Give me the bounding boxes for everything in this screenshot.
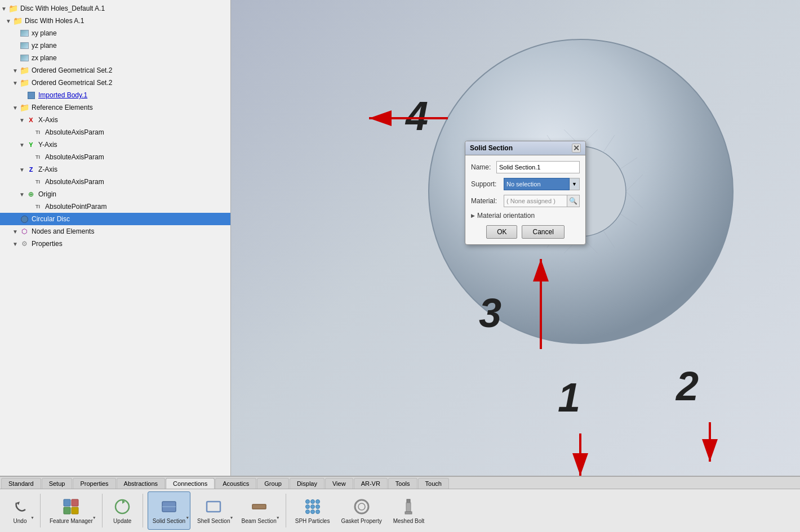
- tree-item-zaxis[interactable]: ▼ZZ-Axis: [0, 163, 230, 176]
- toolbar-btn-feature-manager[interactable]: Feature Manager: [45, 491, 97, 530]
- tree-item-imported[interactable]: Imported Body.1: [0, 89, 230, 101]
- dialog-ok-button[interactable]: OK: [486, 225, 517, 239]
- toolbar-label-gasket-property: Gasket Property: [341, 518, 381, 525]
- tree-label-root2: Disc With Holes A.1: [25, 17, 84, 25]
- toolbar-label-meshed-bolt: Meshed Bolt: [393, 518, 425, 525]
- svg-rect-24: [64, 499, 70, 506]
- tree-item-ogs2[interactable]: ▼📁Ordered Geometrical Set.2: [0, 77, 230, 89]
- dialog-title-bar: Solid Section ✕: [465, 141, 585, 155]
- dialog-orientation-row[interactable]: ▶ Material orientation: [471, 212, 580, 220]
- dialog-body: Name: Support: No selection ▼ Material:: [465, 155, 585, 244]
- toolbar-tab-tools[interactable]: Tools: [388, 478, 417, 489]
- toolbar-btn-sph-particles[interactable]: SPH Particles: [291, 491, 335, 530]
- toolbar-tab-connections[interactable]: Connections: [166, 478, 215, 489]
- tree-icon-imported: [26, 90, 36, 100]
- tree-item-yaxis[interactable]: ▼YY-Axis: [0, 138, 230, 151]
- tree-item-refelem[interactable]: ▼📁Reference Elements: [0, 101, 230, 114]
- toolbar-tab-abstractions[interactable]: Abstractions: [117, 478, 166, 489]
- tree-toggle-ogs2[interactable]: ▼: [11, 80, 19, 86]
- tree-item-xparam[interactable]: TIAbsoluteAxisParam: [0, 126, 230, 138]
- toolbar-btn-update[interactable]: Update: [107, 491, 138, 530]
- tree-toggle-zaxis[interactable]: ▼: [18, 167, 26, 173]
- dialog-support-dropdown[interactable]: ▼: [570, 178, 580, 190]
- bottom-toolbar: StandardSetupPropertiesAbstractionsConne…: [0, 476, 800, 532]
- dialog-support-row: Support: No selection ▼: [471, 178, 580, 190]
- toolbar-tab-setup[interactable]: Setup: [42, 478, 73, 489]
- tree-icon-yparam: TI: [33, 152, 43, 162]
- orientation-label: Material orientation: [477, 212, 535, 220]
- tree-item-xaxis[interactable]: ▼XX-Axis: [0, 114, 230, 126]
- dialog-cancel-button[interactable]: Cancel: [522, 225, 564, 239]
- toolbar-btn-undo[interactable]: Undo: [5, 491, 35, 530]
- dialog-material-value[interactable]: ( None assigned ): [504, 195, 567, 207]
- tree-toggle-nodes[interactable]: ▼: [11, 229, 19, 235]
- tree-toggle-root2[interactable]: ▼: [5, 18, 12, 24]
- tree-label-nodes: Nodes and Elements: [32, 227, 94, 235]
- tree-item-origin[interactable]: ▼⊕Origin: [0, 188, 230, 200]
- solid-section-dropdown-arrow[interactable]: ▼: [185, 516, 189, 520]
- svg-point-34: [310, 500, 314, 504]
- toolbar-btn-gasket-property[interactable]: Gasket Property: [336, 491, 386, 530]
- toolbar-tab-group[interactable]: Group: [257, 478, 289, 489]
- tree-item-yzplane[interactable]: yz plane: [0, 39, 230, 52]
- dialog-support-value[interactable]: No selection: [504, 178, 570, 190]
- svg-rect-32: [252, 504, 266, 509]
- toolbar-tab-arvr[interactable]: AR-VR: [354, 478, 388, 489]
- tree-icon-zaxis: Z: [26, 164, 36, 175]
- dialog-close-button[interactable]: ✕: [572, 144, 581, 153]
- tree-toggle-props[interactable]: ▼: [11, 241, 19, 247]
- tree-label-oparam: AbsolutePointParam: [45, 203, 106, 211]
- tree-item-circdisc[interactable]: Circular Disc: [0, 213, 230, 225]
- tree-toggle-xaxis[interactable]: ▼: [18, 117, 26, 123]
- toolbar-sep-0: [40, 494, 41, 527]
- toolbar-btn-meshed-bolt[interactable]: Meshed Bolt: [389, 491, 429, 530]
- shell-section-dropdown-arrow[interactable]: ▼: [230, 516, 234, 520]
- tree-icon-oparam: TI: [33, 202, 43, 212]
- tree-item-props[interactable]: ▼⚙Properties: [0, 238, 230, 250]
- tree-item-zxplane[interactable]: zx plane: [0, 52, 230, 64]
- dialog-material-label: Material:: [471, 197, 504, 205]
- fm-dropdown-arrow[interactable]: ▼: [92, 516, 96, 520]
- toolbar-tab-view[interactable]: View: [325, 478, 353, 489]
- dialog-name-row: Name:: [471, 161, 580, 173]
- toolbar-tab-display[interactable]: Display: [290, 478, 325, 489]
- tree-icon-root1: 📁: [8, 3, 18, 14]
- tree-label-zaxis: Z-Axis: [38, 166, 57, 173]
- tree-icon-ogs1: 📁: [19, 65, 29, 75]
- toolbar-tab-properties[interactable]: Properties: [73, 478, 115, 489]
- dialog-material-search-button[interactable]: 🔍: [567, 195, 580, 207]
- undo-dropdown-arrow[interactable]: ▼: [30, 516, 34, 520]
- tree-item-root2[interactable]: ▼📁Disc With Holes A.1: [0, 15, 230, 27]
- toolbar-btn-beam-section[interactable]: Beam Section: [237, 491, 281, 530]
- tree-label-ogs1: Ordered Geometrical Set.2: [32, 66, 112, 74]
- tree-icon-circdisc: [19, 214, 29, 224]
- toolbar-label-undo: Undo: [14, 518, 27, 525]
- toolbar-tab-touch[interactable]: Touch: [418, 478, 449, 489]
- toolbar-tab-standard[interactable]: Standard: [1, 478, 41, 489]
- tree-toggle-origin[interactable]: ▼: [18, 191, 26, 198]
- toolbar-tab-acoustics[interactable]: Acoustics: [215, 478, 256, 489]
- tree-item-nodes[interactable]: ▼⬡Nodes and Elements: [0, 225, 230, 238]
- toolbar-btn-shell-section[interactable]: Shell Section: [193, 491, 234, 530]
- toolbar-icon-update: [112, 497, 132, 517]
- tree-item-root1[interactable]: ▼📁Disc With Holes_Default A.1: [0, 2, 230, 15]
- beam-section-dropdown-arrow[interactable]: ▼: [276, 516, 280, 520]
- svg-rect-45: [406, 503, 411, 512]
- tree-item-yparam[interactable]: TIAbsoluteAxisParam: [0, 151, 230, 163]
- tree-toggle-ogs1[interactable]: ▼: [11, 68, 19, 74]
- tree-item-ogs1[interactable]: ▼📁Ordered Geometrical Set.2: [0, 64, 230, 77]
- tree-item-zparam[interactable]: TIAbsoluteAxisParam: [0, 176, 230, 188]
- tree-label-origin: Origin: [38, 190, 56, 198]
- tree-icon-yzplane: [19, 41, 29, 51]
- tree-toggle-root1[interactable]: ▼: [0, 6, 8, 12]
- tree-item-oparam[interactable]: TIAbsolutePointParam: [0, 200, 230, 213]
- tree-toggle-refelem[interactable]: ▼: [11, 105, 19, 111]
- dialog-name-input[interactable]: [496, 161, 580, 173]
- tree-label-xyplane: xy plane: [32, 29, 57, 37]
- svg-point-36: [305, 505, 309, 509]
- toolbar-btn-solid-section[interactable]: Solid Section: [148, 491, 190, 530]
- dialog-material-field: ( None assigned ) 🔍: [504, 195, 580, 207]
- tree-toggle-yaxis[interactable]: ▼: [18, 142, 26, 148]
- tree-item-xyplane[interactable]: xy plane: [0, 27, 230, 39]
- tree-icon-xaxis: X: [26, 115, 36, 125]
